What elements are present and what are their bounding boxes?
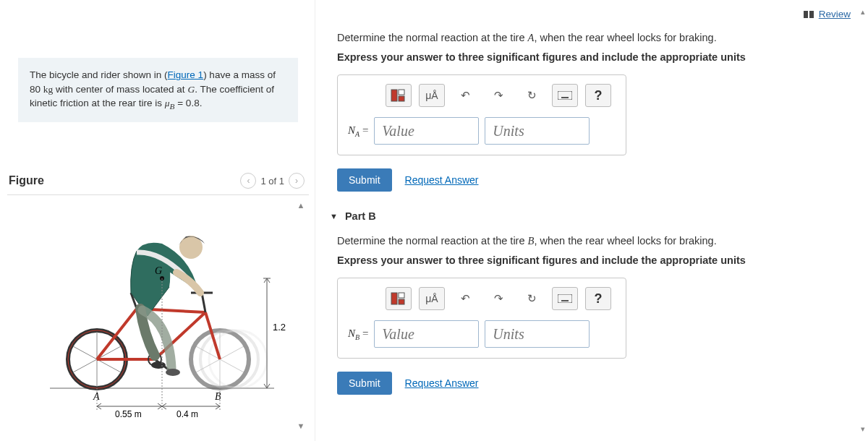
svg-rect-52 [558,294,572,303]
part-a-var: N [348,124,355,136]
problem-text-5: = 0.8. [174,98,202,108]
caret-down-icon: ▼ [330,212,338,220]
part-b-eq: = [359,327,368,339]
diagram-label-d1: 0.55 m [115,409,142,419]
svg-line-8 [73,346,97,359]
svg-line-20 [97,309,137,359]
figure-prev-button[interactable]: ‹ [240,173,256,189]
left-panel: The bicycle and rider shown in (Figure 1… [0,0,315,441]
part-a-var-label: NA = [348,124,368,138]
part-b-header[interactable]: ▼ Part B [330,210,855,222]
symbol-mu: μ [165,98,170,108]
help-button[interactable]: ? [585,84,611,107]
redo-button-b[interactable]: ↷ [485,287,511,310]
part-b-title: Part B [345,210,376,222]
svg-rect-40 [391,90,397,101]
problem-statement: The bicycle and rider shown in (Figure 1… [18,58,298,122]
figure-title: Figure [9,174,44,187]
template-button-b[interactable] [386,287,412,310]
part-a-instruction: Express your answer to three significant… [337,51,855,63]
app-root: The bicycle and rider shown in (Figure 1… [0,0,868,441]
svg-rect-51 [399,299,404,304]
panel-scrollbar[interactable]: ▴ ▾ [858,7,868,434]
keyboard-icon [558,91,572,100]
undo-button-b[interactable]: ↶ [452,287,478,310]
diagram-label-height: 1.2 m [273,322,289,333]
figure-next-button[interactable]: › [289,173,305,189]
part-a-units-input[interactable] [485,117,590,145]
units-button[interactable]: μÅ [419,84,445,107]
part-a-eq: = [359,124,368,136]
reset-button[interactable]: ↻ [519,84,545,107]
part-a-answer-box: μÅ ↶ ↷ ↻ ? NA = [337,74,626,155]
keyboard-button[interactable] [552,84,578,107]
undo-button[interactable]: ↶ [452,84,478,107]
svg-line-5 [97,359,121,372]
svg-rect-43 [558,91,572,100]
problem-text-3: with center of mass located at [53,84,187,95]
mass-unit: kg [43,84,54,95]
part-b-input-row: NB = [348,320,616,348]
template-icon [391,89,407,102]
diagram-label-b: B [215,391,221,402]
part-b-units-input[interactable] [485,320,590,348]
figure-link[interactable]: Figure 1 [168,69,204,80]
problem-text-1: The bicycle and rider shown in ( [30,69,168,80]
part-a-request-answer[interactable]: Request Answer [405,174,479,186]
right-panel: Review Determine the normal reaction at … [315,0,868,441]
part-b-request-answer[interactable]: Request Answer [405,377,479,389]
part-b-submit-button[interactable]: Submit [337,372,392,395]
part-b-var-label: NB = [348,327,368,341]
figure-nav-text: 1 of 1 [260,176,284,187]
part-a-prompt: Determine the normal reaction at the tir… [337,32,855,44]
part-a-prompt-pre: Determine the normal reaction at the tir… [337,32,528,43]
figure-header: Figure ‹ 1 of 1 › [7,173,309,194]
svg-rect-49 [391,293,397,304]
part-b-toolbar: μÅ ↶ ↷ ↻ ? [386,287,616,310]
part-a: Determine the normal reaction at the tir… [337,32,855,192]
help-button-b[interactable]: ? [585,287,611,310]
review-link[interactable]: Review [804,9,851,20]
figure-scrollbar[interactable]: ▲ ▼ [294,201,307,430]
template-icon [391,292,407,305]
figure-nav: ‹ 1 of 1 › [240,173,305,189]
svg-line-13 [220,346,244,359]
keyboard-icon [558,294,572,303]
part-b-value-input[interactable] [374,320,479,348]
panel-scroll-down-icon[interactable]: ▾ [861,424,865,434]
svg-rect-42 [399,96,404,101]
part-b-instruction: Express your answer to three significant… [337,254,855,266]
symbol-g: G [187,84,195,95]
template-button[interactable] [386,84,412,107]
part-b-submit-row: Submit Request Answer [337,372,855,395]
diagram-label-d2: 0.4 m [176,409,198,419]
bicycle-diagram: G 1.2 m A B 0.55 m [28,207,289,424]
svg-rect-50 [399,293,404,298]
part-a-value-input[interactable] [374,117,479,145]
svg-line-7 [73,359,97,372]
part-b-prompt: Determine the normal reaction at the tir… [337,235,855,247]
part-a-toolbar: μÅ ↶ ↷ ↻ ? [386,84,616,107]
part-a-submit-button[interactable]: Submit [337,168,392,192]
diagram-label-a: A [93,391,100,402]
figure-divider [7,194,309,195]
svg-rect-41 [399,90,404,95]
part-a-prompt-post: , when the rear wheel locks for braking. [534,32,716,43]
part-b-answer-box: μÅ ↶ ↷ ↻ ? NB = [337,278,626,359]
figure-body: G 1.2 m A B 0.55 m [7,201,309,430]
part-b-var: N [348,327,355,339]
part-a-submit-row: Submit Request Answer [337,168,855,192]
panel-scroll-up-icon[interactable]: ▴ [861,7,865,17]
svg-line-14 [220,359,244,372]
diagram-label-g: G [155,265,162,276]
svg-point-30 [151,361,166,369]
keyboard-button-b[interactable] [552,287,578,310]
scroll-up-icon[interactable]: ▲ [297,201,305,210]
part-b-prompt-pre: Determine the normal reaction at the tir… [337,235,528,247]
scroll-down-icon[interactable]: ▼ [297,421,305,430]
review-icon [804,11,815,18]
reset-button-b[interactable]: ↻ [519,287,545,310]
redo-button[interactable]: ↷ [485,84,511,107]
svg-point-31 [166,369,180,376]
units-button-b[interactable]: μÅ [419,287,445,310]
